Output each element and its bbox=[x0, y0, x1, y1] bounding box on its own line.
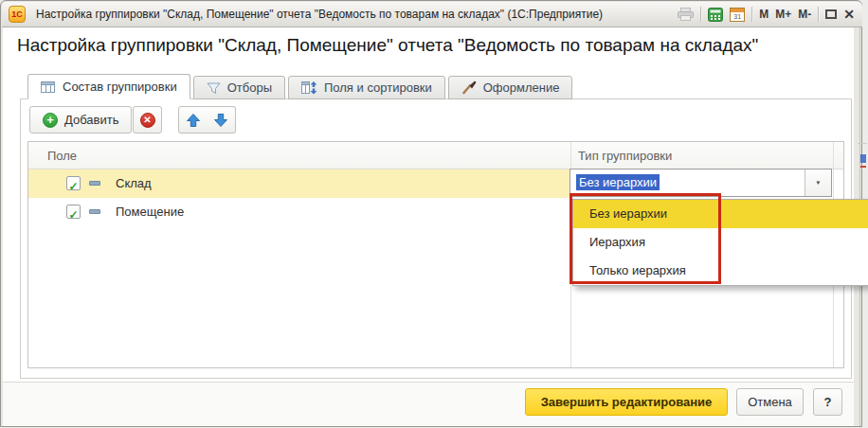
memory-m-button[interactable]: M bbox=[759, 8, 769, 21]
tab-label: Поля и сортировки bbox=[324, 80, 432, 95]
delete-button[interactable]: ✕ bbox=[133, 106, 162, 134]
tab-appearance[interactable]: Оформление bbox=[448, 76, 573, 99]
help-button[interactable]: ? bbox=[813, 388, 842, 416]
field-attribute-icon bbox=[89, 209, 100, 214]
memory-m-plus-button[interactable]: M+ bbox=[775, 8, 791, 21]
arrow-up-icon bbox=[186, 113, 201, 128]
dropdown-option[interactable]: Только иерархия bbox=[573, 257, 868, 285]
maximize-button[interactable] bbox=[825, 5, 837, 24]
column-header-group-type: Тип группировки bbox=[578, 142, 672, 169]
combobox-selected-text[interactable]: Без иерархии bbox=[576, 174, 660, 190]
background-window-sliver bbox=[856, 143, 867, 190]
close-button[interactable]: ✕ bbox=[843, 5, 855, 24]
add-plus-icon: + bbox=[43, 113, 58, 128]
titlebar-separator bbox=[751, 7, 752, 22]
maximize-icon bbox=[825, 9, 837, 19]
field-attribute-icon bbox=[89, 181, 100, 186]
arrow-down-icon bbox=[213, 113, 228, 128]
window-title: Настройка группировки "Склад, Помещение"… bbox=[36, 8, 603, 21]
move-up-button[interactable] bbox=[178, 106, 208, 134]
calendar-day: 31 bbox=[731, 12, 744, 21]
group-type-combobox[interactable]: Без иерархии ▼ bbox=[570, 169, 832, 197]
memory-m-minus-button[interactable]: M- bbox=[798, 8, 811, 21]
calculator-icon[interactable] bbox=[708, 5, 723, 24]
add-button-label: Добавить bbox=[64, 113, 118, 127]
dropdown-option[interactable]: Иерархия bbox=[573, 228, 868, 257]
brush-icon bbox=[461, 80, 477, 95]
screen: 1С Настройка группировки "Склад, Помещен… bbox=[0, 0, 868, 428]
finish-editing-button[interactable]: Завершить редактирование bbox=[525, 388, 728, 416]
check-icon: ✓ bbox=[68, 208, 78, 222]
dropdown-option[interactable]: Без иерархии bbox=[573, 200, 868, 228]
fields-sort-icon bbox=[301, 80, 317, 95]
field-name: Помещение bbox=[116, 198, 184, 226]
tab-grouping-content[interactable]: Состав группировки bbox=[27, 74, 190, 99]
tab-bar: Состав группировки Отборы Поля и сортиро… bbox=[27, 74, 572, 99]
field-name: Склад bbox=[116, 169, 152, 198]
combo-dropdown-button[interactable]: ▼ bbox=[805, 169, 831, 196]
titlebar-separator bbox=[700, 7, 701, 22]
app-window: 1С Настройка группировки "Склад, Помещен… bbox=[0, 0, 862, 427]
dropdown-list: Без иерархии Иерархия Только иерархия bbox=[572, 199, 868, 286]
table-header: Поле Тип группировки bbox=[28, 142, 843, 169]
calendar-icon[interactable]: 31 bbox=[730, 5, 745, 24]
funnel-icon bbox=[207, 81, 221, 95]
print-icon[interactable] bbox=[678, 5, 694, 24]
titlebar[interactable]: 1С Настройка группировки "Склад, Помещен… bbox=[2, 2, 862, 27]
grid-icon bbox=[41, 80, 56, 94]
tab-label: Оформление bbox=[483, 80, 560, 95]
delete-x-icon: ✕ bbox=[140, 113, 155, 128]
close-icon: ✕ bbox=[843, 8, 855, 21]
selected-row-highlight bbox=[28, 169, 570, 198]
tab-label: Состав группировки bbox=[63, 80, 177, 94]
row-checkbox[interactable]: ✓ bbox=[66, 176, 81, 190]
cancel-button[interactable]: Отмена bbox=[736, 388, 804, 416]
tab-fields-sorting[interactable]: Поля и сортировки bbox=[288, 76, 445, 99]
add-button[interactable]: + Добавить bbox=[29, 106, 132, 134]
column-header-field: Поле bbox=[47, 142, 77, 169]
tab-label: Отборы bbox=[227, 80, 272, 95]
page-title: Настройка группировки "Склад, Помещение"… bbox=[17, 35, 758, 56]
chevron-down-icon: ▼ bbox=[815, 180, 821, 187]
check-icon: ✓ bbox=[68, 180, 78, 193]
1c-logo-icon: 1С bbox=[9, 6, 26, 23]
row-checkbox[interactable]: ✓ bbox=[66, 205, 81, 219]
tab-filters[interactable]: Отборы bbox=[193, 76, 285, 99]
titlebar-separator bbox=[818, 7, 819, 22]
move-down-button[interactable] bbox=[207, 106, 236, 134]
